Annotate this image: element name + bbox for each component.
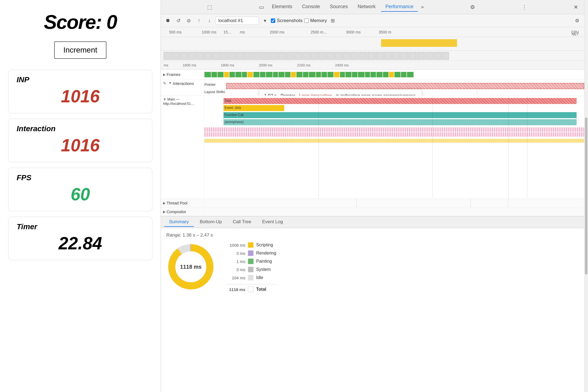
frames-chevron[interactable]: ▶ [163,73,166,76]
screenshot-thumb [360,52,367,60]
frames-content [204,70,584,79]
screenshot-thumb [245,52,253,60]
system-swatch [248,267,253,272]
clear-icon[interactable]: ⊘ [184,16,193,25]
frame-block [204,72,211,77]
memory-checkbox[interactable] [304,19,309,23]
tab-sources[interactable]: Sources [326,2,352,12]
interactions-chevron[interactable]: ▼ [169,81,172,85]
main-chevron[interactable]: ▼ [163,97,166,101]
thread-pool-chevron[interactable]: ▶ [163,201,166,205]
total-value: 1118 ms [226,287,245,292]
screenshot-thumb [392,52,400,60]
settings-icon[interactable]: ⚙ [468,2,477,12]
scripting-swatch [248,242,253,248]
device-icon[interactable]: ▭ [257,2,267,12]
screenshot-thumb [343,52,351,60]
memory-icon[interactable]: ⊞ [329,16,337,25]
frame-block [401,72,406,77]
tab-bottom-up[interactable]: Bottom-Up [195,218,227,227]
legend-rendering: 3 ms Rendering [226,250,276,256]
tab-console[interactable]: Console [298,2,324,12]
main-track-content: Task Event: click Function Call (anonymo… [204,96,584,198]
download-icon[interactable]: ↓ [205,16,214,25]
idle-label: Idle [256,275,263,280]
upload-icon[interactable]: ↑ [195,16,203,25]
gear-icon[interactable]: ⚙ [573,16,581,25]
tick-3000: 3000 ms [346,30,361,34]
net-label: NET [572,32,579,36]
donut-chart: 1118 ms [166,242,215,291]
r2-tick-1600: 1600 ms [183,63,196,67]
interactions-label: ✎ ▼ Interactions [161,79,204,96]
scripting-value: 1006 ms [226,243,245,247]
frame-block [212,72,217,77]
tab-summary[interactable]: Summary [164,218,194,227]
screenshot-thumb [221,52,228,60]
compositor-chevron[interactable]: ▶ [163,210,166,214]
increment-button[interactable]: Increment [54,41,107,59]
scrollbar-thumb[interactable] [585,118,587,274]
screenshot-thumb [400,52,408,60]
left-panel: Score: 0 Increment INP 1016 Interaction … [0,0,161,392]
legend-painting: 1 ms Painting [226,259,276,264]
legend-idle: 104 ms Idle [226,275,276,280]
compositor-content [204,207,584,216]
fps-label: FPS [17,173,144,182]
reload-icon[interactable]: ↺ [174,16,183,25]
pointer-block[interactable] [226,83,584,89]
event-click-bar: Event: click [223,105,284,111]
dt-toolbar: ⏺ ↺ ⊘ ↑ ↓ localhost #1 ▾ Screenshots Mem… [161,14,584,27]
tab-event-log[interactable]: Event Log [257,218,288,227]
total-label: Total [256,287,266,292]
legend-system: 3 ms System [226,267,276,272]
url-arrow-icon[interactable]: ▾ [261,16,269,25]
screenshot-bar: // handled below [161,51,584,61]
inp-card: INP 1016 [8,70,152,113]
record-icon[interactable]: ⏺ [164,16,172,25]
frame-block [291,72,296,77]
tooltip-link[interactable]: Long interaction [299,93,332,96]
total-swatch [248,287,253,292]
painting-label: Painting [256,259,272,264]
tab-call-tree[interactable]: Call Tree [228,218,256,227]
painting-value: 1 ms [226,259,245,264]
memory-toggle[interactable]: Memory [304,18,327,23]
tab-elements[interactable]: Elements [268,2,297,12]
frame-block [365,72,370,77]
pink-bar-1 [204,127,584,132]
cpu-yellow-block [381,39,457,47]
screenshot-thumb [188,52,196,60]
more-icon[interactable]: ⋮ [519,2,529,12]
frame-block [352,72,357,77]
screenshots-toggle[interactable]: Screenshots [271,18,303,23]
screenshot-thumb [286,52,294,60]
vline1 [318,96,319,198]
close-icon[interactable]: ✕ [571,2,581,12]
frame-block [407,72,414,77]
tick-2500: 2500 m… [311,30,327,34]
vline4 [527,96,527,198]
thread-pool-label: ▶ Thread Pool [161,201,204,205]
frame-block [273,72,278,77]
interaction-label: Interaction [17,124,144,133]
task-label: Task [225,99,231,103]
cursor-icon[interactable]: ⬚ [205,2,215,12]
frame-block [247,72,253,77]
tab-performance[interactable]: Performance [381,2,418,12]
tab-more[interactable]: » [419,2,426,11]
frame-block [260,72,265,77]
pointer-row: Pointer 1.02 s Pointer Long interaction [204,81,584,88]
tick-ms: ms [240,30,245,34]
tab-network[interactable]: Network [353,2,380,12]
screenshot-thumb [172,52,179,60]
function-call-label: Function Call [225,113,244,117]
screenshot-thumb [213,52,220,60]
scripting-label: Scripting [256,243,273,247]
memory-label: Memory [310,18,327,23]
timer-label: Timer [17,222,144,231]
screenshot-thumb [204,52,212,60]
screenshot-thumb [311,52,318,60]
screenshots-checkbox[interactable] [271,19,275,23]
screenshots-label: Screenshots [277,18,303,23]
